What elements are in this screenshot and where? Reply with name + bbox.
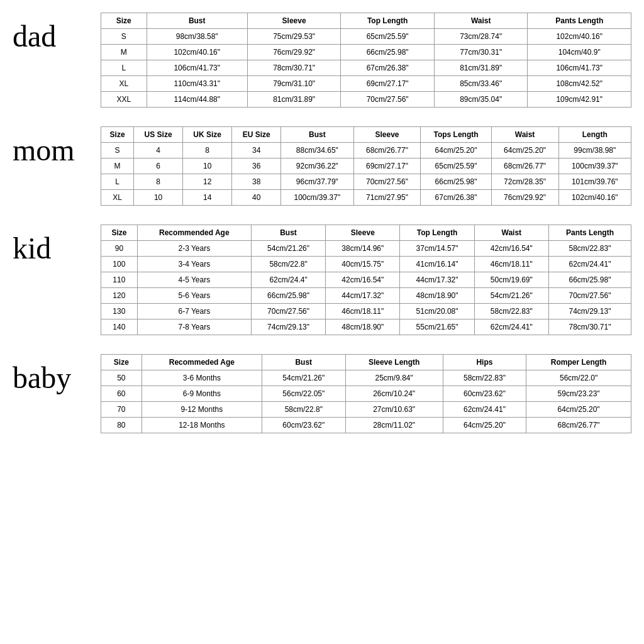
table-cell: 12-18 Months bbox=[142, 418, 262, 433]
table-cell: 54cm/21.26" bbox=[474, 288, 548, 304]
table-cell: L bbox=[101, 60, 147, 76]
kid-col-sleeve: Sleeve bbox=[326, 225, 400, 241]
table-cell: 62cm/24.41" bbox=[443, 402, 526, 418]
table-cell: 102cm/40.16" bbox=[528, 29, 631, 45]
table-cell: 74cm/29.13" bbox=[251, 319, 325, 335]
table-cell: 12 bbox=[182, 174, 232, 190]
kid-col-waist: Waist bbox=[474, 225, 548, 241]
table-cell: 66cm/25.98" bbox=[341, 45, 435, 60]
table-cell: 96cm/37.79" bbox=[281, 174, 353, 190]
baby-section: baby Size Recommeded Age Bust Sleeve Len… bbox=[13, 354, 631, 433]
table-cell: 60 bbox=[101, 386, 142, 402]
table-cell: 62cm/24.41" bbox=[474, 319, 548, 335]
table-cell: 64cm/25.20" bbox=[491, 143, 558, 158]
table-cell: 42cm/16.54" bbox=[474, 241, 548, 257]
baby-table-wrap: Size Recommeded Age Bust Sleeve Length H… bbox=[101, 354, 631, 433]
dad-header-row: Size Bust Sleeve Top Length Waist Pants … bbox=[101, 13, 631, 29]
table-cell: 51cm/20.08" bbox=[400, 304, 474, 319]
table-row: XXL114cm/44.88"81cm/31.89"70cm/27.56"89c… bbox=[101, 92, 631, 108]
table-cell: 6-9 Months bbox=[142, 386, 262, 402]
table-cell: 106cm/41.73" bbox=[147, 60, 247, 76]
kid-col-pants-length: Pants Length bbox=[548, 225, 631, 241]
table-cell: 99cm/38.98" bbox=[558, 143, 631, 158]
table-cell: 58cm/22.83" bbox=[443, 370, 526, 386]
dad-col-top-length: Top Length bbox=[341, 13, 435, 29]
table-cell: 40 bbox=[232, 190, 281, 206]
table-cell: 48cm/18.90" bbox=[326, 319, 400, 335]
table-cell: 90 bbox=[101, 241, 138, 257]
table-row: M6103692cm/36.22"69cm/27.17"65cm/25.59"6… bbox=[101, 158, 631, 174]
table-cell: 10 bbox=[182, 158, 232, 174]
table-cell: 38cm/14.96" bbox=[326, 241, 400, 257]
table-cell: 75cm/29.53" bbox=[247, 29, 341, 45]
table-row: 1205-6 Years66cm/25.98"44cm/17.32"48cm/1… bbox=[101, 288, 631, 304]
table-cell: 77cm/30.31" bbox=[434, 45, 528, 60]
table-row: M102cm/40.16"76cm/29.92"66cm/25.98"77cm/… bbox=[101, 45, 631, 60]
mom-table: Size US Size UK Size EU Size Bust Sleeve… bbox=[101, 126, 631, 206]
kid-section: kid Size Recommended Age Bust Sleeve Top… bbox=[13, 225, 631, 335]
table-cell: 48cm/18.90" bbox=[400, 288, 474, 304]
table-cell: 130 bbox=[101, 304, 138, 319]
table-cell: 6-7 Years bbox=[137, 304, 251, 319]
table-cell: 54cm/21.26" bbox=[262, 370, 345, 386]
table-cell: 41cm/16.14" bbox=[400, 257, 474, 272]
table-cell: 38 bbox=[232, 174, 281, 190]
table-row: L106cm/41.73"78cm/30.71"67cm/26.38"81cm/… bbox=[101, 60, 631, 76]
table-row: 503-6 Months54cm/21.26"25cm/9.84"58cm/22… bbox=[101, 370, 631, 386]
baby-col-size: Size bbox=[101, 355, 142, 370]
kid-col-size: Size bbox=[101, 225, 138, 241]
mom-col-us-size: US Size bbox=[134, 127, 183, 143]
table-cell: 140 bbox=[101, 319, 138, 335]
table-cell: XL bbox=[101, 190, 134, 206]
kid-header-row: Size Recommended Age Bust Sleeve Top Len… bbox=[101, 225, 631, 241]
baby-col-romper-length: Romper Length bbox=[526, 355, 631, 370]
baby-table: Size Recommeded Age Bust Sleeve Length H… bbox=[101, 354, 631, 433]
table-cell: 70cm/27.56" bbox=[341, 92, 435, 108]
table-cell: 102cm/40.16" bbox=[558, 190, 631, 206]
dad-col-pants-length: Pants Length bbox=[528, 13, 631, 29]
table-cell: 80 bbox=[101, 418, 142, 433]
table-cell: 6 bbox=[134, 158, 183, 174]
table-cell: 65cm/25.59" bbox=[421, 158, 491, 174]
kid-col-recommended-age: Recommended Age bbox=[137, 225, 251, 241]
table-cell: 59cm/23.23" bbox=[526, 386, 631, 402]
table-cell: 2-3 Years bbox=[137, 241, 251, 257]
table-cell: 60cm/23.62" bbox=[443, 386, 526, 402]
table-cell: 78cm/30.71" bbox=[247, 60, 341, 76]
table-cell: 88cm/34.65" bbox=[281, 143, 353, 158]
kid-table-wrap: Size Recommended Age Bust Sleeve Top Len… bbox=[101, 225, 631, 335]
table-cell: 114cm/44.88" bbox=[147, 92, 247, 108]
table-cell: 58cm/22.83" bbox=[548, 241, 631, 257]
mom-col-bust: Bust bbox=[281, 127, 353, 143]
dad-col-sleeve: Sleeve bbox=[247, 13, 341, 29]
table-cell: 64cm/25.20" bbox=[421, 143, 491, 158]
table-cell: 28cm/11.02" bbox=[345, 418, 443, 433]
table-cell: 8 bbox=[134, 174, 183, 190]
table-row: 8012-18 Months60cm/23.62"28cm/11.02"64cm… bbox=[101, 418, 631, 433]
table-row: S483488cm/34.65"68cm/26.77"64cm/25.20"64… bbox=[101, 143, 631, 158]
table-cell: 70cm/27.56" bbox=[548, 288, 631, 304]
table-cell: 34 bbox=[232, 143, 281, 158]
table-cell: 71cm/27.95" bbox=[353, 190, 421, 206]
baby-col-recommeded-age: Recommeded Age bbox=[142, 355, 262, 370]
table-cell: 65cm/25.59" bbox=[341, 29, 435, 45]
table-cell: 89cm/35.04" bbox=[434, 92, 528, 108]
baby-col-sleeve-length: Sleeve Length bbox=[345, 355, 443, 370]
mom-label: mom bbox=[13, 126, 101, 167]
table-cell: 98cm/38.58" bbox=[147, 29, 247, 45]
table-cell: 64cm/25.20" bbox=[443, 418, 526, 433]
table-cell: 109cm/42.91" bbox=[528, 92, 631, 108]
table-cell: 26cm/10.24" bbox=[345, 386, 443, 402]
table-cell: 3-6 Months bbox=[142, 370, 262, 386]
table-cell: 50cm/19.69" bbox=[474, 272, 548, 288]
table-cell: 10 bbox=[134, 190, 183, 206]
baby-col-hips: Hips bbox=[443, 355, 526, 370]
table-cell: 36 bbox=[232, 158, 281, 174]
table-cell: 120 bbox=[101, 288, 138, 304]
table-cell: 73cm/28.74" bbox=[434, 29, 528, 45]
mom-col-length: Length bbox=[558, 127, 631, 143]
table-cell: 64cm/25.20" bbox=[526, 402, 631, 418]
mom-header-row: Size US Size UK Size EU Size Bust Sleeve… bbox=[101, 127, 631, 143]
table-cell: 67cm/26.38" bbox=[341, 60, 435, 76]
kid-label: kid bbox=[13, 225, 101, 265]
